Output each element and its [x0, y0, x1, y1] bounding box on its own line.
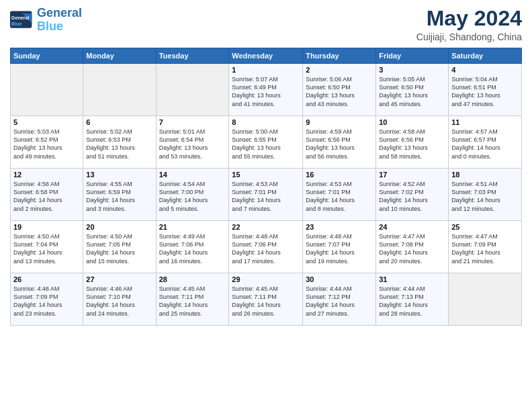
- cell-info: Sunrise: 4:44 AM Sunset: 7:12 PM Dayligh…: [306, 285, 373, 318]
- calendar-cell: 18Sunrise: 4:51 AM Sunset: 7:03 PM Dayli…: [449, 169, 522, 221]
- calendar-cell: 15Sunrise: 4:53 AM Sunset: 7:01 PM Dayli…: [229, 169, 303, 221]
- cell-day-number: 21: [159, 223, 226, 231]
- cell-day-number: 5: [13, 118, 80, 126]
- cell-info: Sunrise: 4:49 AM Sunset: 7:06 PM Dayligh…: [159, 232, 226, 265]
- cell-info: Sunrise: 5:01 AM Sunset: 6:54 PM Dayligh…: [159, 128, 226, 161]
- cell-day-number: 4: [451, 66, 519, 74]
- calendar-cell: 25Sunrise: 4:47 AM Sunset: 7:09 PM Dayli…: [449, 221, 522, 273]
- calendar-cell: 21Sunrise: 4:49 AM Sunset: 7:06 PM Dayli…: [156, 221, 229, 273]
- cell-day-number: 3: [379, 66, 445, 74]
- cell-day-number: 14: [159, 171, 226, 179]
- month-title: May 2024: [416, 7, 522, 30]
- cell-info: Sunrise: 4:50 AM Sunset: 7:05 PM Dayligh…: [86, 232, 152, 265]
- cell-info: Sunrise: 4:45 AM Sunset: 7:11 PM Dayligh…: [232, 285, 300, 318]
- cell-info: Sunrise: 4:53 AM Sunset: 7:01 PM Dayligh…: [232, 180, 300, 213]
- calendar-week-row: 12Sunrise: 4:56 AM Sunset: 6:58 PM Dayli…: [11, 169, 522, 221]
- cell-info: Sunrise: 5:07 AM Sunset: 6:49 PM Dayligh…: [232, 75, 300, 108]
- calendar-cell: 17Sunrise: 4:52 AM Sunset: 7:02 PM Dayli…: [376, 169, 449, 221]
- cell-day-number: 8: [232, 118, 300, 126]
- calendar-cell: 5Sunrise: 5:03 AM Sunset: 6:52 PM Daylig…: [11, 116, 83, 169]
- calendar-cell: 1Sunrise: 5:07 AM Sunset: 6:49 PM Daylig…: [229, 64, 303, 116]
- calendar-table: SundayMondayTuesdayWednesdayThursdayFrid…: [10, 48, 522, 326]
- weekday-header-row: SundayMondayTuesdayWednesdayThursdayFrid…: [11, 48, 522, 64]
- weekday-header-wednesday: Wednesday: [229, 48, 303, 64]
- calendar-cell: 26Sunrise: 4:46 AM Sunset: 7:09 PM Dayli…: [11, 273, 83, 326]
- cell-day-number: 28: [159, 275, 226, 283]
- cell-day-number: 19: [13, 223, 80, 231]
- cell-day-number: 30: [306, 275, 373, 283]
- logo: General Blue GeneralBlue: [10, 7, 82, 34]
- page: General Blue GeneralBlue May 2024 Cuijia…: [0, 0, 532, 411]
- cell-day-number: 17: [379, 171, 445, 179]
- cell-info: Sunrise: 4:54 AM Sunset: 7:00 PM Dayligh…: [159, 180, 226, 213]
- weekday-header-monday: Monday: [83, 48, 156, 64]
- cell-info: Sunrise: 4:47 AM Sunset: 7:08 PM Dayligh…: [379, 232, 445, 265]
- cell-day-number: 15: [232, 171, 300, 179]
- cell-info: Sunrise: 4:58 AM Sunset: 6:56 PM Dayligh…: [379, 128, 445, 161]
- calendar-cell: 16Sunrise: 4:53 AM Sunset: 7:01 PM Dayli…: [303, 169, 376, 221]
- weekday-header-thursday: Thursday: [303, 48, 376, 64]
- cell-day-number: 29: [232, 275, 300, 283]
- title-section: May 2024 Cuijiaji, Shandong, China: [416, 7, 522, 42]
- cell-info: Sunrise: 4:46 AM Sunset: 7:10 PM Dayligh…: [86, 285, 152, 318]
- calendar-cell: 8Sunrise: 5:00 AM Sunset: 6:55 PM Daylig…: [229, 116, 303, 169]
- calendar-cell: 3Sunrise: 5:05 AM Sunset: 6:50 PM Daylig…: [376, 64, 449, 116]
- calendar-week-row: 5Sunrise: 5:03 AM Sunset: 6:52 PM Daylig…: [11, 116, 522, 169]
- cell-day-number: 12: [13, 171, 80, 179]
- calendar-cell: 30Sunrise: 4:44 AM Sunset: 7:12 PM Dayli…: [303, 273, 376, 326]
- calendar-cell: 27Sunrise: 4:46 AM Sunset: 7:10 PM Dayli…: [83, 273, 156, 326]
- cell-info: Sunrise: 4:44 AM Sunset: 7:13 PM Dayligh…: [379, 285, 445, 318]
- calendar-cell: 24Sunrise: 4:47 AM Sunset: 7:08 PM Dayli…: [376, 221, 449, 273]
- svg-text:Blue: Blue: [11, 21, 22, 27]
- calendar-cell: 12Sunrise: 4:56 AM Sunset: 6:58 PM Dayli…: [11, 169, 83, 221]
- cell-info: Sunrise: 4:46 AM Sunset: 7:09 PM Dayligh…: [13, 285, 80, 318]
- cell-info: Sunrise: 4:45 AM Sunset: 7:11 PM Dayligh…: [159, 285, 226, 318]
- calendar-cell: [11, 64, 83, 116]
- calendar-cell: 11Sunrise: 4:57 AM Sunset: 6:57 PM Dayli…: [449, 116, 522, 169]
- logo-icon: General Blue: [10, 11, 34, 30]
- cell-info: Sunrise: 5:06 AM Sunset: 6:50 PM Dayligh…: [306, 75, 373, 108]
- calendar-cell: [156, 64, 229, 116]
- cell-info: Sunrise: 4:59 AM Sunset: 6:56 PM Dayligh…: [306, 128, 373, 161]
- calendar-cell: 2Sunrise: 5:06 AM Sunset: 6:50 PM Daylig…: [303, 64, 376, 116]
- cell-info: Sunrise: 4:53 AM Sunset: 7:01 PM Dayligh…: [306, 180, 373, 213]
- cell-info: Sunrise: 4:48 AM Sunset: 7:07 PM Dayligh…: [306, 232, 373, 265]
- calendar-cell: 6Sunrise: 5:02 AM Sunset: 6:53 PM Daylig…: [83, 116, 156, 169]
- calendar-cell: 10Sunrise: 4:58 AM Sunset: 6:56 PM Dayli…: [376, 116, 449, 169]
- cell-info: Sunrise: 5:03 AM Sunset: 6:52 PM Dayligh…: [13, 128, 80, 161]
- weekday-header-friday: Friday: [376, 48, 449, 64]
- cell-info: Sunrise: 4:55 AM Sunset: 6:59 PM Dayligh…: [86, 180, 152, 213]
- calendar-week-row: 26Sunrise: 4:46 AM Sunset: 7:09 PM Dayli…: [11, 273, 522, 326]
- logo-text: GeneralBlue: [37, 7, 82, 34]
- weekday-header-sunday: Sunday: [11, 48, 83, 64]
- cell-day-number: 2: [306, 66, 373, 74]
- header: General Blue GeneralBlue May 2024 Cuijia…: [10, 7, 522, 42]
- calendar-cell: 22Sunrise: 4:48 AM Sunset: 7:06 PM Dayli…: [229, 221, 303, 273]
- calendar-cell: 9Sunrise: 4:59 AM Sunset: 6:56 PM Daylig…: [303, 116, 376, 169]
- cell-info: Sunrise: 4:56 AM Sunset: 6:58 PM Dayligh…: [13, 180, 80, 213]
- cell-day-number: 24: [379, 223, 445, 231]
- calendar-cell: 23Sunrise: 4:48 AM Sunset: 7:07 PM Dayli…: [303, 221, 376, 273]
- cell-info: Sunrise: 5:02 AM Sunset: 6:53 PM Dayligh…: [86, 128, 152, 161]
- cell-day-number: 11: [451, 118, 519, 126]
- cell-day-number: 6: [86, 118, 152, 126]
- cell-day-number: 10: [379, 118, 445, 126]
- cell-info: Sunrise: 5:00 AM Sunset: 6:55 PM Dayligh…: [232, 128, 300, 161]
- calendar-cell: 19Sunrise: 4:50 AM Sunset: 7:04 PM Dayli…: [11, 221, 83, 273]
- cell-info: Sunrise: 5:04 AM Sunset: 6:51 PM Dayligh…: [451, 75, 519, 108]
- calendar-cell: [83, 64, 156, 116]
- cell-day-number: 31: [379, 275, 445, 283]
- cell-day-number: 26: [13, 275, 80, 283]
- calendar-cell: 28Sunrise: 4:45 AM Sunset: 7:11 PM Dayli…: [156, 273, 229, 326]
- cell-day-number: 7: [159, 118, 226, 126]
- calendar-cell: 20Sunrise: 4:50 AM Sunset: 7:05 PM Dayli…: [83, 221, 156, 273]
- calendar-cell: 31Sunrise: 4:44 AM Sunset: 7:13 PM Dayli…: [376, 273, 449, 326]
- cell-day-number: 16: [306, 171, 373, 179]
- cell-day-number: 25: [451, 223, 519, 231]
- calendar-cell: [449, 273, 522, 326]
- svg-text:General: General: [11, 15, 30, 21]
- cell-info: Sunrise: 4:52 AM Sunset: 7:02 PM Dayligh…: [379, 180, 445, 213]
- calendar-cell: 4Sunrise: 5:04 AM Sunset: 6:51 PM Daylig…: [449, 64, 522, 116]
- cell-info: Sunrise: 4:48 AM Sunset: 7:06 PM Dayligh…: [232, 232, 300, 265]
- cell-info: Sunrise: 4:47 AM Sunset: 7:09 PM Dayligh…: [451, 232, 519, 265]
